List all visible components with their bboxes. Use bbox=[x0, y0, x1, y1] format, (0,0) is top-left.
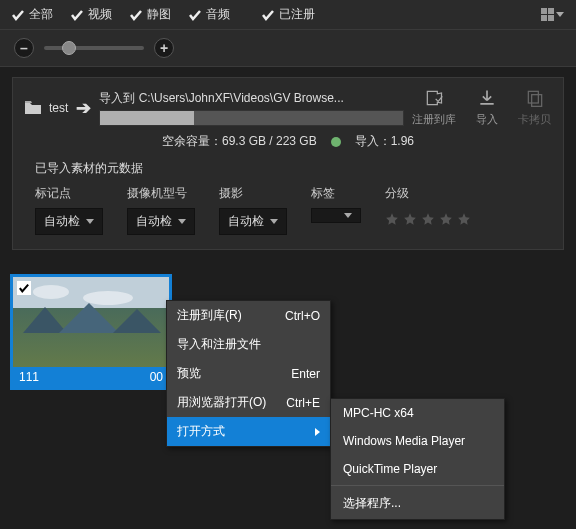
submenu-choose[interactable]: 选择程序... bbox=[331, 488, 504, 519]
tag-dropdown[interactable] bbox=[311, 208, 361, 223]
ctx-register-label: 注册到库(R) bbox=[177, 307, 242, 324]
register-label: 注册到库 bbox=[412, 112, 456, 127]
filter-video[interactable]: 视频 bbox=[71, 6, 112, 23]
register-icon bbox=[424, 88, 444, 108]
copy-icon bbox=[525, 88, 545, 108]
marker-dropdown[interactable]: 自动检 bbox=[35, 208, 103, 235]
filter-audio-label: 音频 bbox=[206, 6, 230, 23]
filter-bar: 全部 视频 静图 音频 已注册 bbox=[0, 0, 576, 30]
camera-dropdown[interactable]: 自动检 bbox=[127, 208, 195, 235]
star-icon bbox=[385, 212, 399, 226]
filter-all[interactable]: 全部 bbox=[12, 6, 53, 23]
chevron-down-icon bbox=[344, 213, 352, 218]
status-dot-icon bbox=[331, 137, 341, 147]
context-menu: 注册到库(R)Ctrl+O 导入和注册文件 预览Enter 用浏览器打开(O)C… bbox=[166, 300, 331, 447]
capacity-bar bbox=[99, 110, 404, 126]
thumbnail-name: 111 bbox=[19, 370, 39, 384]
thumbnail-time: 00 bbox=[150, 370, 163, 384]
ctx-preview[interactable]: 预览Enter bbox=[167, 359, 330, 388]
submenu-separator bbox=[331, 485, 504, 486]
zoom-bar: – + bbox=[0, 30, 576, 67]
folder-icon bbox=[25, 101, 41, 114]
chevron-down-icon bbox=[86, 219, 94, 224]
thumbnail-item[interactable]: 111 00 bbox=[10, 274, 172, 390]
ctx-open-with[interactable]: 打开方式 bbox=[167, 417, 330, 446]
star-icon bbox=[457, 212, 471, 226]
svg-rect-0 bbox=[528, 91, 538, 103]
star-icon bbox=[439, 212, 453, 226]
free-space-label: 空余容量：69.3 GB / 223 GB bbox=[162, 133, 317, 150]
zoom-slider-thumb[interactable] bbox=[62, 41, 76, 55]
zoom-out-button[interactable]: – bbox=[14, 38, 34, 58]
open-with-submenu: MPC-HC x64 Windows Media Player QuickTim… bbox=[330, 398, 505, 520]
marker-value: 自动检 bbox=[44, 213, 80, 230]
submenu-wmp[interactable]: Windows Media Player bbox=[331, 427, 504, 455]
filter-registered[interactable]: 已注册 bbox=[262, 6, 315, 23]
shoot-value: 自动检 bbox=[228, 213, 264, 230]
tag-label: 标签 bbox=[311, 185, 361, 202]
import-path-label: 导入到 C:\Users\JohnXF\Videos\GV Browse... bbox=[99, 90, 404, 107]
ctx-register[interactable]: 注册到库(R)Ctrl+O bbox=[167, 301, 330, 330]
thumbnail-checkbox[interactable] bbox=[17, 281, 31, 295]
zoom-in-button[interactable]: + bbox=[154, 38, 174, 58]
view-mode-button[interactable] bbox=[541, 8, 564, 21]
submenu-mpc[interactable]: MPC-HC x64 bbox=[331, 399, 504, 427]
camera-label: 摄像机型号 bbox=[127, 185, 195, 202]
ctx-preview-shortcut: Enter bbox=[291, 367, 320, 381]
import-panel: test ➔ 导入到 C:\Users\JohnXF\Videos\GV Bro… bbox=[12, 77, 564, 250]
source-folder-label: test bbox=[49, 101, 68, 115]
zoom-slider[interactable] bbox=[44, 46, 144, 50]
filter-video-label: 视频 bbox=[88, 6, 112, 23]
filter-still-label: 静图 bbox=[147, 6, 171, 23]
filter-registered-label: 已注册 bbox=[279, 6, 315, 23]
arrow-right-icon: ➔ bbox=[76, 97, 91, 119]
chevron-right-icon bbox=[315, 428, 320, 436]
star-icon bbox=[403, 212, 417, 226]
filter-all-label: 全部 bbox=[29, 6, 53, 23]
submenu-qt[interactable]: QuickTime Player bbox=[331, 455, 504, 483]
ctx-open-browser[interactable]: 用浏览器打开(O)Ctrl+E bbox=[167, 388, 330, 417]
download-icon bbox=[477, 88, 497, 108]
ctx-open-browser-shortcut: Ctrl+E bbox=[286, 396, 320, 410]
import-ratio-label: 导入：1.96 bbox=[355, 133, 414, 150]
import-action[interactable]: 导入 bbox=[476, 88, 498, 127]
shoot-dropdown[interactable]: 自动检 bbox=[219, 208, 287, 235]
grid-icon bbox=[541, 8, 554, 21]
chevron-down-icon bbox=[178, 219, 186, 224]
ctx-register-shortcut: Ctrl+O bbox=[285, 309, 320, 323]
marker-label: 标记点 bbox=[35, 185, 103, 202]
thumbnail-image bbox=[13, 277, 169, 367]
copy-label: 卡拷贝 bbox=[518, 112, 551, 127]
submenu-qt-label: QuickTime Player bbox=[343, 462, 437, 476]
svg-rect-1 bbox=[531, 95, 541, 107]
metadata-title: 已导入素材的元数据 bbox=[35, 160, 551, 177]
submenu-mpc-label: MPC-HC x64 bbox=[343, 406, 414, 420]
filter-audio[interactable]: 音频 bbox=[189, 6, 230, 23]
ctx-open-browser-label: 用浏览器打开(O) bbox=[177, 394, 266, 411]
register-action[interactable]: 注册到库 bbox=[412, 88, 456, 127]
ctx-preview-label: 预览 bbox=[177, 365, 201, 382]
shoot-label: 摄影 bbox=[219, 185, 287, 202]
import-label: 导入 bbox=[476, 112, 498, 127]
submenu-choose-label: 选择程序... bbox=[343, 495, 401, 512]
ctx-import-register[interactable]: 导入和注册文件 bbox=[167, 330, 330, 359]
ctx-import-register-label: 导入和注册文件 bbox=[177, 336, 261, 353]
ctx-open-with-label: 打开方式 bbox=[177, 423, 225, 440]
chevron-down-icon bbox=[556, 12, 564, 17]
chevron-down-icon bbox=[270, 219, 278, 224]
rating-stars[interactable] bbox=[385, 212, 471, 226]
filter-still[interactable]: 静图 bbox=[130, 6, 171, 23]
submenu-wmp-label: Windows Media Player bbox=[343, 434, 465, 448]
camera-value: 自动检 bbox=[136, 213, 172, 230]
star-icon bbox=[421, 212, 435, 226]
card-copy-action[interactable]: 卡拷贝 bbox=[518, 88, 551, 127]
rating-label: 分级 bbox=[385, 185, 471, 202]
